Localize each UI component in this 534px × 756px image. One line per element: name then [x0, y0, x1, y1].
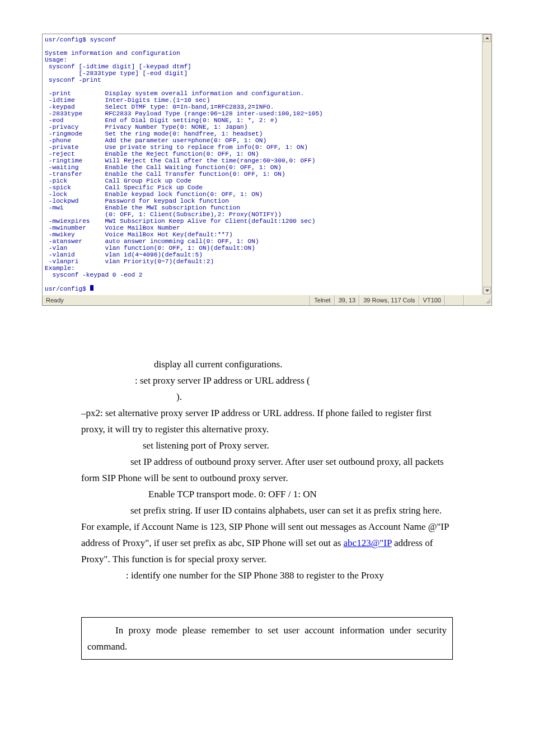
- svg-marker-1: [485, 290, 489, 292]
- doc-line-outbound: set IP address of outbound proxy server.…: [81, 454, 453, 486]
- doc-line-tcp: Enable TCP transport mode. 0: OFF / 1: O…: [81, 486, 453, 502]
- doc-line-identify: : identify one number for the SIP Phone …: [81, 567, 453, 584]
- status-cursor-pos: 39, 13: [335, 295, 360, 305]
- scrollbar[interactable]: [482, 34, 491, 295]
- scroll-down-button[interactable]: [483, 287, 491, 295]
- doc-line-prefix: set prefix string. If user ID contains a…: [81, 502, 453, 567]
- status-term-type: VT100: [419, 295, 445, 305]
- doc-line-proxy-b: ).: [81, 389, 453, 405]
- svg-marker-0: [485, 37, 489, 39]
- status-empty-1: [445, 295, 464, 305]
- terminal-window: usr/config$ sysconf System information a…: [42, 34, 492, 295]
- note-text: In proxy mode please remember to set use…: [87, 625, 447, 652]
- status-dimensions: 39 Rows, 117 Cols: [359, 295, 419, 305]
- document-body: display all current configurations. : se…: [42, 356, 492, 660]
- status-empty-2: [464, 295, 483, 305]
- doc-line-proxy-a: : set proxy server IP address or URL add…: [81, 372, 453, 389]
- cursor-icon: [90, 285, 93, 291]
- doc-line-print: display all current configurations.: [81, 356, 453, 372]
- doc-line-pxport: set listening port of Proxy server.: [81, 437, 453, 454]
- chevron-down-icon: [485, 290, 489, 292]
- note-box: In proxy mode please remember to set use…: [81, 617, 453, 660]
- terminal-output: usr/config$ sysconf System information a…: [43, 34, 482, 295]
- chevron-up-icon: [485, 37, 489, 39]
- doc-prefix-link[interactable]: abc123@"IP: [344, 538, 392, 548]
- status-protocol: Telnet: [310, 295, 334, 305]
- scroll-up-button[interactable]: [483, 34, 491, 42]
- resize-grip-icon[interactable]: [483, 296, 491, 305]
- status-ready: Ready: [43, 295, 310, 305]
- status-bar: Ready Telnet 39, 13 39 Rows, 117 Cols VT…: [42, 295, 492, 306]
- doc-line-px2: –px2: set alternative proxy server IP ad…: [81, 405, 453, 437]
